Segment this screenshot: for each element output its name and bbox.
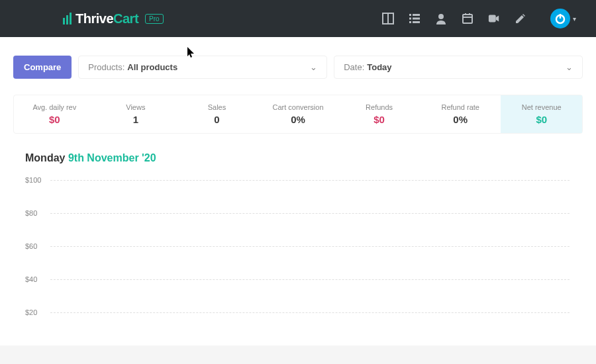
chart-title: Monday 9th November '20 — [13, 152, 583, 164]
pro-badge: Pro — [145, 14, 164, 24]
stat-value: 1 — [98, 114, 174, 125]
stat-value: $0 — [17, 114, 93, 125]
chevron-down-icon: ⌄ — [566, 62, 573, 72]
chart-ytick-label: $60 — [25, 242, 37, 250]
stat-label: Avg. daily rev — [17, 103, 93, 111]
logo-bars-icon — [63, 13, 72, 24]
svg-rect-5 — [413, 18, 420, 20]
stat-value: 0% — [260, 114, 336, 125]
calendar-icon[interactable] — [462, 13, 473, 24]
svg-rect-3 — [413, 14, 420, 16]
products-filter-label: Products: — [88, 62, 124, 72]
chart-ytick-label: $100 — [25, 176, 41, 184]
svg-point-8 — [438, 14, 444, 19]
svg-rect-9 — [463, 15, 472, 23]
list-icon[interactable] — [409, 13, 421, 24]
edit-icon[interactable] — [515, 13, 526, 24]
power-menu[interactable]: ▾ — [550, 9, 576, 28]
top-nav-icons: ▾ — [382, 9, 576, 28]
stat-value: $0 — [341, 114, 417, 125]
svg-rect-6 — [409, 21, 411, 23]
stat-label: Net revenue — [503, 103, 579, 111]
stat-card[interactable]: Net revenue$0 — [501, 95, 582, 133]
chart-gridline — [50, 180, 570, 181]
stat-card[interactable]: Refund rate0% — [420, 95, 501, 133]
stat-label: Sales — [179, 103, 255, 111]
brand-logo[interactable]: ThriveCart Pro — [63, 11, 164, 26]
date-filter-label: Date: — [344, 62, 364, 72]
chart-ytick-label: $20 — [25, 308, 37, 316]
compare-button[interactable]: Compare — [13, 56, 72, 79]
stat-card[interactable]: Cart conversion0% — [258, 95, 339, 133]
products-filter[interactable]: Products: All products ⌄ — [78, 56, 327, 79]
svg-rect-2 — [409, 14, 411, 16]
stat-card[interactable]: Avg. daily rev$0 — [14, 95, 95, 133]
dashboard-icon[interactable] — [382, 13, 394, 24]
chart-gridline — [50, 246, 570, 247]
chevron-down-icon: ▾ — [573, 15, 576, 23]
main-content: Compare Products: All products ⌄ Date: T… — [0, 37, 596, 345]
stat-label: Cart conversion — [260, 103, 336, 111]
top-nav: ThriveCart Pro ▾ — [0, 0, 596, 37]
chart-gridline — [50, 312, 570, 313]
stat-card[interactable]: Refunds$0 — [338, 95, 420, 133]
chart-ytick-label: $40 — [25, 275, 37, 283]
chart-title-date: 9th November '20 — [68, 152, 156, 163]
chart-ytick-label: $80 — [25, 209, 37, 217]
products-filter-value: All products — [127, 62, 177, 72]
stat-label: Refund rate — [422, 103, 499, 111]
stat-label: Views — [98, 103, 174, 111]
mouse-cursor — [187, 47, 195, 59]
stat-value: 0% — [422, 114, 499, 125]
chart-gridline — [50, 213, 570, 214]
filter-bar: Compare Products: All products ⌄ Date: T… — [13, 56, 583, 79]
date-filter[interactable]: Date: Today ⌄ — [334, 56, 583, 79]
stat-card[interactable]: Views1 — [95, 95, 177, 133]
user-icon[interactable] — [435, 13, 447, 24]
stat-card[interactable]: Sales0 — [176, 95, 258, 133]
stat-value: $0 — [503, 114, 579, 125]
stats-row: Avg. daily rev$0Views1Sales0Cart convers… — [13, 95, 583, 134]
stat-value: 0 — [179, 114, 255, 125]
revenue-chart: $20$40$60$80$100 — [13, 173, 583, 345]
date-filter-value: Today — [367, 62, 391, 72]
svg-rect-13 — [489, 15, 496, 23]
svg-rect-7 — [413, 21, 420, 23]
svg-rect-4 — [409, 18, 411, 20]
chart-title-day: Monday — [25, 152, 65, 163]
video-icon[interactable] — [488, 13, 500, 24]
brand-name: ThriveCart — [75, 11, 138, 26]
stat-label: Refunds — [341, 103, 417, 111]
power-icon — [550, 9, 570, 28]
chevron-down-icon: ⌄ — [310, 62, 317, 72]
chart-gridline — [50, 279, 570, 280]
